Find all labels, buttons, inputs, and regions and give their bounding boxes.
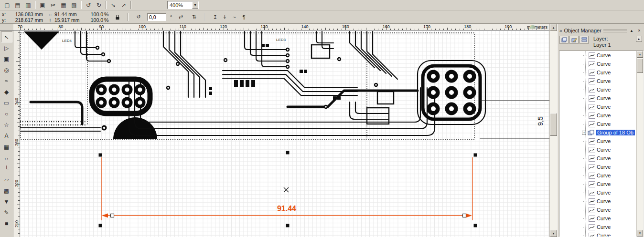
import-icon[interactable]: ↘ xyxy=(108,0,118,10)
drawing-canvas[interactable]: LED4 LED3 9,5 xyxy=(20,31,549,237)
x-position-value[interactable]: 136.083 mm xyxy=(9,11,43,17)
wrap-text-icon[interactable]: ¶ xyxy=(239,12,248,22)
copy-icon[interactable]: ▦ xyxy=(58,0,69,10)
new-document-icon[interactable]: ▢ xyxy=(2,0,12,10)
shape-tool-icon[interactable]: ▷ xyxy=(1,42,12,53)
object-height-value[interactable]: 15.917 mm xyxy=(54,17,83,23)
object-row-curve[interactable]: Curve xyxy=(583,231,636,237)
object-list-scrollbar[interactable]: ▴ ▾ xyxy=(636,51,643,237)
object-row-curve[interactable]: Curve xyxy=(583,154,636,163)
ellipse-tool-icon[interactable]: ○ xyxy=(1,108,12,119)
docker-collapse-icon[interactable]: ▴ xyxy=(629,28,634,33)
object-row-curve[interactable]: Curve xyxy=(583,163,636,171)
mirror-vertical-button[interactable]: ⇅ xyxy=(189,12,199,22)
scrollbar-thumb[interactable] xyxy=(550,113,557,136)
ruler-number: 140 xyxy=(301,24,309,29)
cut-icon[interactable]: ✂ xyxy=(48,0,58,10)
object-row-group[interactable]: + Group of 18 Ob xyxy=(583,128,636,137)
table-tool-icon[interactable]: ▦ xyxy=(1,141,12,152)
scale-vertical-value[interactable]: 100.0 xyxy=(87,17,103,23)
redo-icon[interactable]: ↻ xyxy=(94,0,104,10)
to-back-icon[interactable]: ↧ xyxy=(220,12,229,22)
to-front-icon[interactable]: ↥ xyxy=(210,12,220,22)
docker-flyout-button[interactable]: ▸ xyxy=(636,36,642,42)
object-row-curve[interactable]: Curve xyxy=(583,103,636,111)
object-label: Curve xyxy=(597,198,611,204)
scrollbar-track[interactable] xyxy=(637,58,643,230)
connector-tool-icon[interactable]: └ xyxy=(1,163,12,174)
scale-horizontal-value[interactable]: 100.0 xyxy=(87,11,103,17)
lock-ratio-button[interactable] xyxy=(113,12,122,22)
ruler-tick xyxy=(18,114,20,115)
object-row-curve[interactable]: Curve xyxy=(583,171,636,180)
text-tool-icon[interactable]: A xyxy=(1,130,12,141)
freehand-tool-icon[interactable]: ≈ xyxy=(1,75,12,86)
export-icon[interactable]: ↗ xyxy=(118,0,129,10)
object-row-curve[interactable]: Curve xyxy=(583,214,636,223)
scroll-up-button[interactable]: ▴ xyxy=(637,51,643,58)
object-row-curve[interactable]: Curve xyxy=(583,111,636,120)
crop-tool-icon[interactable]: ▣ xyxy=(1,53,12,64)
smart-fill-tool-icon[interactable]: ◆ xyxy=(1,86,12,97)
scroll-down-button[interactable]: ▾ xyxy=(550,230,557,237)
ruler-tick xyxy=(215,29,216,30)
object-row-curve[interactable]: Curve xyxy=(583,68,636,77)
vertical-ruler[interactable]: 240230220210 xyxy=(13,31,20,237)
scrollbar-track[interactable] xyxy=(550,31,557,230)
ruler-tick xyxy=(528,28,529,30)
scrollbar-thumb[interactable] xyxy=(637,59,643,73)
object-row-curve[interactable]: Curve xyxy=(583,145,636,154)
object-row-curve[interactable]: Curve xyxy=(583,223,636,231)
rotation-angle-input[interactable] xyxy=(147,13,166,21)
object-width-value[interactable]: 91.44 mm xyxy=(54,11,83,17)
object-row-curve[interactable]: Curve xyxy=(583,137,636,145)
layer-name[interactable]: Layer 1 xyxy=(593,42,611,48)
paste-icon[interactable]: ▧ xyxy=(69,0,79,10)
object-row-curve[interactable]: Curve xyxy=(583,206,636,214)
y-position-value[interactable]: 218.617 mm xyxy=(9,17,43,23)
ruler-tick xyxy=(293,29,293,30)
horizontal-ruler[interactable]: millimeters 7080901001101201301401501601… xyxy=(13,24,549,31)
object-row-curve[interactable]: Curve xyxy=(583,197,636,206)
chevron-down-icon[interactable]: ▾ xyxy=(192,1,198,9)
scroll-up-button[interactable]: ▴ xyxy=(550,24,557,31)
tree-expand-icon[interactable]: + xyxy=(582,131,586,135)
layer-manager-view-button[interactable] xyxy=(580,36,589,44)
mirror-horizontal-button[interactable]: ⇄ xyxy=(176,12,185,22)
docker-grab-handle[interactable] xyxy=(603,29,627,32)
save-icon[interactable]: ▥ xyxy=(23,0,33,10)
object-row-curve[interactable]: Curve xyxy=(583,120,636,128)
docker-close-icon[interactable]: × xyxy=(636,28,642,33)
object-row-curve[interactable]: Curve xyxy=(583,85,636,94)
object-row-curve[interactable]: Curve xyxy=(583,60,636,68)
zoom-level-combo[interactable]: 400% ▾ xyxy=(167,1,199,9)
object-row-curve[interactable]: Curve xyxy=(583,188,636,197)
object-row-curve[interactable]: Curve xyxy=(583,94,636,103)
blend-tool-icon[interactable]: ▱ xyxy=(1,174,12,185)
print-icon[interactable]: ▣ xyxy=(37,0,48,10)
object-row-curve[interactable]: Curve xyxy=(583,180,636,188)
object-row-curve[interactable]: Curve xyxy=(583,51,636,60)
zoom-tool-icon[interactable]: ◎ xyxy=(1,64,12,75)
polygon-tool-icon[interactable]: ☆ xyxy=(1,119,12,130)
docker-chevron-icon[interactable]: » xyxy=(559,28,562,33)
scroll-down-button[interactable]: ▾ xyxy=(637,230,643,237)
ruler-tick xyxy=(18,94,20,94)
fill-tool-icon[interactable]: ■ xyxy=(1,218,12,229)
eyedropper-tool-icon[interactable]: ▼ xyxy=(1,196,12,207)
curve-object-icon xyxy=(589,52,595,59)
rectangle-tool-icon[interactable]: ▭ xyxy=(1,97,12,108)
show-object-properties-button[interactable] xyxy=(559,36,569,44)
edit-across-layers-button[interactable] xyxy=(569,36,579,44)
outline-pen-icon[interactable]: ✎ xyxy=(1,207,12,218)
transparency-tool-icon[interactable]: ▩ xyxy=(1,185,12,196)
open-document-icon[interactable]: ▤ xyxy=(12,0,23,10)
object-manager-header[interactable]: » Object Manager ▴ × xyxy=(558,27,644,34)
undo-icon[interactable]: ↺ xyxy=(83,0,94,10)
canvas-vertical-scrollbar[interactable]: ▴ ▾ xyxy=(549,24,557,237)
ruler-number: 230 xyxy=(14,139,19,146)
pick-tool-icon[interactable]: ↖ xyxy=(1,31,12,42)
dimension-tool-icon[interactable]: ↔ xyxy=(1,152,12,163)
object-row-curve[interactable]: Curve xyxy=(583,77,636,85)
convert-to-curves-icon[interactable]: ~ xyxy=(229,12,239,22)
